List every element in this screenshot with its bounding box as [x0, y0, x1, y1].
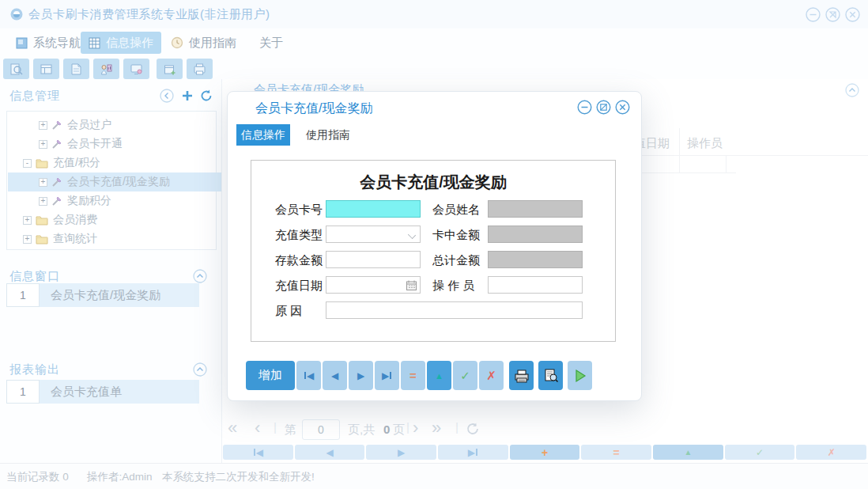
date-input[interactable] — [326, 276, 421, 294]
page-prev-button[interactable]: ‹ — [255, 418, 260, 442]
expand-icon[interactable] — [23, 235, 32, 244]
report-item[interactable]: 1 会员卡充值单 — [6, 380, 199, 404]
tree-item-label: 会员消费 — [53, 213, 97, 227]
monitor-tool-button[interactable] — [123, 59, 149, 79]
prev-record-button[interactable]: ◀ — [323, 361, 347, 390]
next-record-button[interactable]: ▶ — [349, 361, 373, 390]
expand-icon[interactable] — [39, 178, 47, 187]
last-record-button[interactable]: ▶ — [375, 361, 399, 390]
print-preview-button[interactable] — [538, 361, 563, 390]
add-button[interactable]: 增加 — [246, 361, 295, 390]
user-chart-tool-button[interactable] — [93, 59, 119, 79]
dialog-tab-guide[interactable]: 使用指南 — [303, 124, 353, 146]
dialog-minimize-icon[interactable] — [577, 100, 592, 115]
deposit-input[interactable] — [326, 251, 421, 268]
clock-icon — [171, 36, 183, 49]
tab-user-guide[interactable]: 使用指南 — [163, 32, 244, 54]
title-bar: 会员卡刷卡消费管理系统专业版(非注册用户) — [0, 0, 868, 28]
minimize-button[interactable] — [806, 7, 821, 22]
deposit-label: 存款金额 — [275, 253, 323, 268]
add-node-icon[interactable] — [180, 89, 194, 103]
collapse-up-icon[interactable] — [193, 269, 207, 283]
info-window-panel-title: 信息窗口 — [9, 269, 60, 284]
record-add-button[interactable]: + — [510, 445, 580, 460]
info-window-item[interactable]: 1 会员卡充值/现金奖励 — [6, 283, 199, 307]
expand-icon[interactable] — [39, 197, 47, 206]
date-label: 充值日期 — [275, 279, 323, 294]
record-post-button[interactable]: ▲ — [653, 445, 723, 460]
record-cancel-button[interactable]: ✗ — [796, 445, 866, 460]
close-button[interactable] — [845, 7, 860, 22]
page-next-button[interactable]: › — [413, 418, 418, 442]
page-first-button[interactable]: « — [228, 418, 237, 442]
record-first-button[interactable]: ◀ — [223, 445, 293, 460]
tab-about-label: 关于 — [259, 36, 283, 51]
item-number: 1 — [6, 380, 40, 404]
tree-item-label: 奖励积分 — [67, 194, 111, 208]
tree-item-query-stats[interactable]: 查询统计 — [23, 229, 221, 248]
cancel-button[interactable]: ✗ — [479, 361, 504, 390]
collapse-up-icon[interactable] — [193, 362, 207, 377]
tab-info-operation[interactable]: 信息操作 — [81, 32, 161, 54]
status-message: 本系统支持二次开发和全新开发! — [162, 470, 315, 484]
page-total-value: 0 — [383, 423, 390, 446]
maximize-button[interactable] — [825, 7, 840, 22]
record-next-button[interactable]: ▶ — [366, 445, 436, 460]
dialog-restore-icon[interactable] — [596, 100, 611, 115]
reports-panel-title: 报表输出 — [9, 362, 60, 377]
dialog-tab-info[interactable]: 信息操作 — [236, 124, 290, 146]
form-title: 会员卡充值/现金奖励 — [251, 172, 615, 193]
play-icon — [574, 369, 587, 383]
record-last-button[interactable]: ▶ — [438, 445, 508, 460]
recharge-type-label: 充值类型 — [275, 228, 323, 243]
tree-item-recharge-points[interactable]: 充值/积分 — [23, 154, 221, 172]
record-confirm-button[interactable]: ✓ — [725, 445, 795, 460]
doc-add-tool-button[interactable] — [157, 59, 183, 79]
table-tool-button[interactable] — [33, 59, 59, 79]
calendar-icon[interactable] — [406, 279, 417, 291]
refresh-icon[interactable] — [199, 89, 213, 103]
tool-icon — [51, 176, 62, 188]
print-button[interactable] — [509, 361, 534, 390]
recharge-form: 会员卡充值/现金奖励 会员卡号 会员姓名 充值类型 卡中金额 存款金额 总计金额… — [251, 160, 616, 342]
record-prev-button[interactable]: ◀ — [295, 445, 365, 460]
search-tool-button[interactable] — [3, 59, 29, 79]
recharge-type-select[interactable] — [326, 226, 421, 243]
reason-input[interactable] — [326, 301, 583, 319]
reload-icon[interactable] — [465, 421, 481, 437]
tree-item-member-consume[interactable]: 会员消费 — [23, 210, 221, 229]
document-tool-button[interactable] — [63, 59, 89, 79]
tree-item-card-recharge[interactable]: 会员卡充值/现金奖励 — [8, 172, 246, 191]
collapse-up-icon[interactable] — [845, 83, 859, 97]
expand-icon[interactable] — [23, 216, 32, 225]
run-button[interactable] — [568, 361, 592, 390]
printer-tool-button[interactable] — [187, 59, 213, 79]
dialog-close-icon[interactable] — [615, 100, 630, 115]
tree-item-label: 会员卡充值/现金奖励 — [67, 175, 170, 189]
operator-input[interactable] — [488, 276, 583, 294]
dialog-title: 会员卡充值/现金奖励 — [255, 100, 372, 117]
record-edit-button[interactable]: = — [581, 445, 651, 460]
page-number-input[interactable] — [302, 419, 340, 440]
tree-item-member-transfer[interactable]: 会员过户 — [39, 116, 236, 135]
post-record-button[interactable]: ▲ — [427, 361, 451, 390]
collapse-left-icon[interactable] — [160, 89, 174, 103]
tab-about[interactable]: 关于 — [251, 32, 291, 54]
card-balance-label: 卡中金额 — [432, 228, 480, 243]
print-icon — [514, 368, 530, 384]
tab-system-nav[interactable]: 系统导航 — [8, 32, 89, 54]
card-no-input[interactable] — [326, 200, 421, 218]
dialog-button-bar: 增加 ◀ ◀ ▶ ▶ = ▲ ✓ ✗ — [228, 361, 641, 392]
expand-icon[interactable] — [39, 140, 47, 149]
tree-item-reward-points[interactable]: 奖励积分 — [39, 191, 236, 210]
first-record-button[interactable]: ◀ — [296, 361, 321, 390]
confirm-button[interactable]: ✓ — [453, 361, 477, 390]
page-last-button[interactable]: » — [432, 418, 441, 442]
tool-icon — [51, 138, 62, 150]
tree-item-card-open[interactable]: 会员卡开通 — [39, 135, 236, 154]
operator-field-label: 操 作 员 — [432, 279, 474, 294]
collapse-icon[interactable] — [23, 159, 32, 168]
grid-icon — [89, 37, 100, 49]
expand-icon[interactable] — [39, 121, 47, 130]
edit-record-button[interactable]: = — [401, 361, 425, 390]
